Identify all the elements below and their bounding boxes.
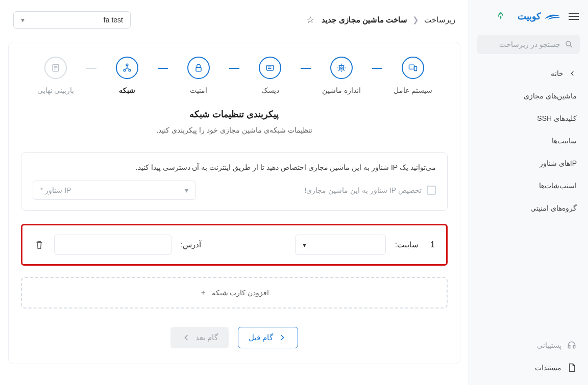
headset-icon <box>567 340 577 350</box>
step-security[interactable]: امنیت <box>168 57 229 94</box>
floating-ip-select: ▾ IP شناور * <box>33 181 196 200</box>
nav-security-groups[interactable]: گروه‌های امنیتی <box>469 197 588 219</box>
svg-point-10 <box>126 64 128 66</box>
svg-rect-9 <box>196 67 201 71</box>
breadcrumb-root[interactable]: زیرساخت <box>424 15 455 24</box>
step-disk[interactable]: دیسک <box>239 57 301 94</box>
svg-line-1 <box>570 45 572 47</box>
floating-ip-text: می‌توانید یک IP شناور به این ماشین مجازی… <box>33 163 436 171</box>
org-logo-icon <box>495 11 506 22</box>
nav-snapshots[interactable]: اسنپ‌شات‌ها <box>469 174 588 197</box>
step-size[interactable]: اندازه ماشین <box>311 57 372 94</box>
sidebar: کوبیت جستجو در زیرساخت خانه ماشین‌های مج… <box>469 0 588 385</box>
add-nic-button[interactable]: افزودن کارت شبکه ＋ <box>21 277 448 309</box>
step-os[interactable]: سیستم عامل <box>382 57 444 94</box>
devices-icon <box>408 63 418 73</box>
prev-step-button[interactable]: گام قبل <box>238 327 298 348</box>
section-subtitle: تنظیمات شبکه‌ی ماشین مجازی خود را پیکربن… <box>21 126 448 134</box>
search-input[interactable]: جستجو در زیرساخت <box>477 35 580 54</box>
nav-floating-ips[interactable]: IPهای شناور <box>469 152 588 174</box>
subnet-select[interactable]: ▾ <box>295 235 386 255</box>
subnet-label: سابنت: <box>395 240 419 249</box>
disk-icon <box>265 63 275 73</box>
main: زیرساخت ❮ ساخت ماشین مجازی جدید ☆ ▾ fa t… <box>0 0 469 385</box>
search-icon <box>565 40 574 49</box>
list-icon <box>51 63 61 73</box>
step-network[interactable]: شبکه <box>96 57 158 94</box>
breadcrumb-current: ساخت ماشین مجازی جدید <box>322 15 407 24</box>
svg-point-5 <box>340 67 342 68</box>
nic-row-1: 1 سابنت: ▾ آدرس: <box>21 224 448 266</box>
nav-home-label: خانه <box>551 69 564 78</box>
document-icon <box>567 363 577 373</box>
section-title: پیکربندی تنظیمات شبکه <box>21 109 448 120</box>
nav-vms[interactable]: ماشین‌های مجازی <box>469 85 588 107</box>
svg-rect-2 <box>409 65 414 69</box>
chevron-down-icon: ▾ <box>21 16 24 24</box>
stepper: سیستم عامل اندازه ماشین دیسک <box>21 55 448 99</box>
floating-ip-panel: می‌توانید یک IP شناور به این ماشین مجازی… <box>21 152 448 211</box>
address-label: آدرس: <box>181 240 201 249</box>
sidebar-nav: خانه ماشین‌های مجازی کلیدهای SSH سابنت‌ه… <box>469 59 588 330</box>
arrow-icon <box>569 69 577 78</box>
next-step-button: گام بعد <box>170 327 229 348</box>
svg-rect-4 <box>339 66 344 70</box>
lock-icon <box>193 63 204 73</box>
chevron-right-icon <box>277 332 287 343</box>
checkbox-icon <box>427 186 436 195</box>
topbar: زیرساخت ❮ ساخت ماشین مجازی جدید ☆ ▾ fa t… <box>0 0 469 34</box>
brand-text: کوبیت <box>518 11 541 22</box>
step-review[interactable]: بازبینی نهایی <box>25 57 86 94</box>
footer-support[interactable]: پشتیبانی <box>469 334 588 356</box>
svg-rect-6 <box>266 65 273 70</box>
svg-rect-3 <box>414 67 417 71</box>
chevron-down-icon: ▾ <box>303 241 306 249</box>
brand-logo[interactable]: کوبیت <box>518 10 561 22</box>
footer-docs[interactable]: مستندات <box>469 356 588 379</box>
network-icon <box>122 63 132 73</box>
delete-nic-icon[interactable] <box>34 239 45 250</box>
assign-floating-ip-checkbox[interactable]: تخصیص IP شناور به این ماشین مجازی! <box>206 186 436 195</box>
nav-ssh-keys[interactable]: کلیدهای SSH <box>469 107 588 130</box>
project-name: fa test <box>104 16 123 24</box>
cpu-icon <box>336 63 347 73</box>
favorite-star[interactable]: ☆ <box>306 14 314 25</box>
project-select[interactable]: ▾ fa test <box>13 11 131 29</box>
svg-point-0 <box>566 41 571 46</box>
nav-home[interactable]: خانه <box>469 62 588 85</box>
nic-index: 1 <box>428 240 435 249</box>
address-input[interactable] <box>54 235 172 255</box>
menu-toggle[interactable] <box>567 10 579 22</box>
plus-icon: ＋ <box>200 288 207 297</box>
wizard-card: سیستم عامل اندازه ماشین دیسک <box>8 42 460 364</box>
breadcrumb: زیرساخت ❮ ساخت ماشین مجازی جدید ☆ <box>306 14 455 25</box>
breadcrumb-sep: ❮ <box>412 15 419 24</box>
search-placeholder: جستجو در زیرساخت <box>499 40 560 48</box>
chevron-down-icon: ▾ <box>185 186 188 194</box>
nav-subnets[interactable]: سابنت‌ها <box>469 130 588 152</box>
brand-swoosh-icon <box>544 10 561 22</box>
chevron-left-icon <box>181 332 191 343</box>
